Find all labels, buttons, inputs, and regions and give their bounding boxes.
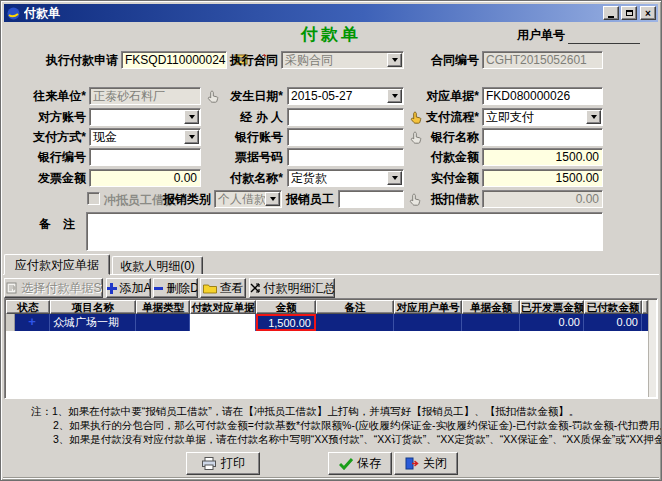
partner-account-label: 对方账号 xyxy=(9,110,86,124)
col-header-doc-amount[interactable]: 单据金额 xyxy=(462,300,520,314)
user-order-no-line xyxy=(568,33,640,44)
exec-contract-label: 执行合同 xyxy=(211,53,278,67)
row-indicator xyxy=(6,314,15,331)
user-order-no: 用户单号 xyxy=(517,27,640,44)
partner-label: 往来单位* xyxy=(9,89,86,103)
col-header-invoiced[interactable]: 已开发票金额 xyxy=(520,300,584,314)
row-doc-amount-cell xyxy=(462,314,520,331)
summary-button[interactable]: 付款明细汇总 xyxy=(249,278,335,298)
remarks-label: 备 注 xyxy=(39,217,85,231)
row-pay-doc-cell[interactable] xyxy=(190,314,256,331)
print-button[interactable]: 打印 xyxy=(186,452,260,475)
contract-no-label: 合同编号 xyxy=(407,53,479,67)
tab-payable-docs[interactable]: 应付款对应单据 xyxy=(4,254,110,275)
col-header-amount[interactable]: 金额 xyxy=(256,300,316,314)
maximize-button[interactable] xyxy=(621,6,637,20)
add-button[interactable]: 添加A xyxy=(106,278,151,298)
chevron-down-icon[interactable] xyxy=(184,110,199,124)
row-remark-cell xyxy=(316,314,394,331)
reimburse-emp-input[interactable] xyxy=(338,190,404,208)
col-header-user-no[interactable]: 对应用户单号 xyxy=(394,300,462,314)
app-icon xyxy=(7,7,20,20)
chevron-down-icon[interactable] xyxy=(586,110,601,124)
table-row[interactable]: + 众城广场一期 1,500.00 0.00 0.00 xyxy=(6,314,648,331)
maximize-icon xyxy=(626,10,633,16)
minimize-button[interactable] xyxy=(603,6,619,20)
pay-flow-combo[interactable]: 立即支付 xyxy=(482,108,603,126)
table-header-row: 状态 项目名称 单据类型 付款对应单据 金额 备注 对应用户单号 单据金额 已开… xyxy=(6,300,648,314)
bank-no-input[interactable] xyxy=(89,148,201,166)
chevron-down-icon[interactable] xyxy=(387,171,402,185)
deduct-loan-field: 0.00 xyxy=(482,190,603,208)
remarks-textarea[interactable] xyxy=(86,212,603,251)
col-header-project[interactable]: 项目名称 xyxy=(50,300,136,314)
note-line-3: 3、如果是付款没有对应付款单据，请在付款名称中写明“XX预付款”、“XX订货款”… xyxy=(53,433,662,447)
chevron-down-icon[interactable] xyxy=(184,130,199,144)
bank-account-label: 银行账号 xyxy=(211,130,283,144)
reimburse-type-combo: 个人借款 xyxy=(214,190,282,208)
actual-amount-input[interactable]: 1500.00 xyxy=(482,169,603,187)
chevron-down-icon[interactable] xyxy=(387,89,402,103)
close-button[interactable]: × xyxy=(640,6,656,20)
occur-date-combo[interactable]: 2015-05-27 xyxy=(287,87,404,105)
tab-payee-detail[interactable]: 收款人明细(0) xyxy=(112,256,203,275)
col-header-doc-type[interactable]: 单据类型 xyxy=(136,300,190,314)
bill-no-input[interactable] xyxy=(287,148,404,166)
view-button[interactable]: 查看 xyxy=(200,278,246,298)
bank-account-input[interactable] xyxy=(287,128,404,146)
pay-name-combo[interactable]: 定货款 xyxy=(287,169,404,187)
user-order-no-label: 用户单号 xyxy=(517,27,565,44)
row-project-cell: 众城广场一期 xyxy=(50,314,136,331)
col-header-remark[interactable]: 备注 xyxy=(316,300,394,314)
partner-field: 正泰砂石料厂 xyxy=(89,87,201,105)
reimburse-emp-hand-icon[interactable] xyxy=(407,192,423,207)
note-line-1: 注：1、如果在付款中要“报销员工借款”，请在【冲抵员工借款】上打钩，并填写好【报… xyxy=(31,405,579,419)
bottom-edge xyxy=(3,477,659,479)
table-scrollbar-track[interactable] xyxy=(648,300,656,397)
bank-no-label: 银行编号 xyxy=(9,150,86,164)
exec-request-label: 执行付款申请 xyxy=(9,53,118,67)
contract-no-field: CGHT2015052601 xyxy=(482,51,603,69)
payable-docs-table: 状态 项目名称 单据类型 付款对应单据 金额 备注 对应用户单号 单据金额 已开… xyxy=(4,298,658,399)
chevron-down-icon xyxy=(387,53,402,67)
col-header-pay-doc[interactable]: 付款对应单据 xyxy=(190,300,256,314)
pay-amount-input[interactable]: 1500.00 xyxy=(482,148,603,166)
pay-name-label: 付款名称* xyxy=(211,171,283,185)
delete-button[interactable]: 删除D xyxy=(153,278,198,298)
printer-icon xyxy=(201,457,217,470)
folder-icon xyxy=(203,283,217,294)
pay-flow-label: 支付流程* xyxy=(407,110,479,124)
partner-account-combo[interactable] xyxy=(89,108,201,126)
invoice-amount-input[interactable]: 0.00 xyxy=(89,169,201,187)
pay-method-combo[interactable]: 现金 xyxy=(89,128,201,146)
ref-doc-label: 对应单据* xyxy=(407,89,479,103)
row-doc-type-cell xyxy=(136,314,190,331)
check-icon xyxy=(339,458,353,470)
row-invoiced-cell: 0.00 xyxy=(520,314,584,331)
row-paid-cell: 0.00 xyxy=(584,314,642,331)
plus-icon xyxy=(106,283,117,294)
save-button[interactable]: 保存 xyxy=(328,452,392,475)
occur-date-label: 发生日期* xyxy=(211,89,283,103)
ref-doc-input[interactable]: FKD080000026 xyxy=(482,87,603,105)
row-user-no-cell xyxy=(394,314,462,331)
bill-no-label: 票据号码 xyxy=(211,150,283,164)
bank-name-input[interactable] xyxy=(482,128,603,146)
summary-icon xyxy=(249,282,261,294)
deduct-loan-label: 抵扣借款 xyxy=(425,192,479,206)
close-form-button[interactable]: 关闭 xyxy=(394,452,458,475)
col-header-status[interactable]: 状态 xyxy=(6,300,50,314)
minimize-icon xyxy=(608,16,614,18)
col-header-paid[interactable]: 已付款金额 xyxy=(584,300,642,314)
handler-input[interactable] xyxy=(287,108,404,126)
reimburse-emp-label: 报销员工 xyxy=(286,192,334,206)
titlebar: 付款单 × xyxy=(4,4,658,22)
close-icon: × xyxy=(645,8,651,19)
chevron-down-icon xyxy=(265,192,280,206)
window-title: 付款单 xyxy=(24,5,601,22)
minus-icon xyxy=(153,283,163,294)
row-amount-cell: 1,500.00 xyxy=(256,314,316,331)
exec-contract-combo: 采购合同 xyxy=(281,51,404,69)
offset-loan-checkbox xyxy=(87,192,100,205)
row-plus-icon: + xyxy=(15,314,49,331)
